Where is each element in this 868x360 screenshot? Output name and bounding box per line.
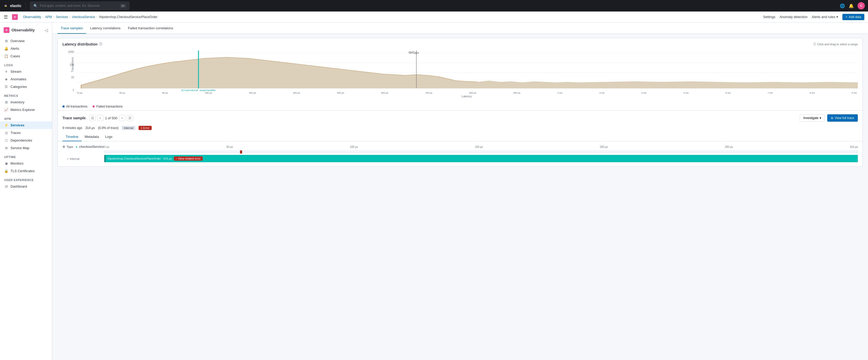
tls-icon: 🔒 — [4, 169, 8, 173]
sidebar-item-dependencies[interactable]: ⬡ Dependencies — [0, 137, 52, 144]
sidebar-item-label: Inventory — [10, 100, 24, 104]
traces-icon: ◎ — [4, 131, 8, 135]
view-related-error-button[interactable]: › View related error — [174, 156, 203, 161]
breadcrumb-observability[interactable]: Observability — [23, 15, 41, 19]
sidebar-item-anomalies[interactable]: ◈ Anomalies — [0, 76, 52, 83]
sidebar-item-label: Overview — [10, 39, 25, 43]
anomalies-icon: ◈ — [4, 77, 8, 81]
pagination-next[interactable]: › — [119, 115, 125, 121]
pagination-first[interactable]: ⟨⟨ — [89, 115, 96, 121]
sidebar-item-stream[interactable]: ≡ Stream — [0, 68, 52, 76]
user-avatar[interactable]: C — [858, 2, 865, 9]
sidebar-item-label: Monitors — [10, 161, 24, 166]
logs-section-label: Logs — [0, 61, 52, 68]
x-tick-6ms: 6 ms — [725, 92, 731, 94]
latency-distribution-panel: Latency distribution ⓘ ⓘ Click and drag … — [58, 38, 863, 167]
tab-latency-correlations[interactable]: Latency correlations — [87, 23, 124, 34]
x-tick-500: 500 µs — [337, 92, 344, 94]
breadcrumb-checkout-service[interactable]: checkoutService — [72, 15, 95, 19]
view-full-trace-button[interactable]: ⧉ View full trace — [827, 114, 858, 122]
external-link-icon: ⧉ — [831, 116, 833, 120]
x-tick-800: 800 µs — [469, 92, 476, 94]
sidebar-item-service-map[interactable]: ⊛ Service Map — [0, 144, 52, 152]
x-tick-2ms: 2 ms — [557, 92, 563, 94]
y-tick-1000: 1000 — [68, 51, 74, 53]
tab-failed-correlations[interactable]: Failed transaction correlations — [125, 23, 176, 34]
hamburger-menu[interactable]: ☰ — [4, 14, 8, 20]
breadcrumb-actions: Settings Anomaly detection Alerts and ru… — [763, 14, 864, 20]
breadcrumb-place-order[interactable]: /hipstershop.CheckoutService/PlaceOrder — [99, 15, 157, 19]
alerts-rules-link[interactable]: Alerts and rules ▾ — [812, 15, 838, 19]
info-icon[interactable]: ⓘ — [99, 42, 102, 46]
trace-meta-row: 9 minutes ago 314 µs (0.0% of trace) Int… — [58, 124, 863, 133]
main-content: Trace samples Latency correlations Faile… — [52, 23, 868, 360]
sidebar-item-label: Service Map — [10, 146, 29, 150]
tick-100: 100 µs — [350, 146, 358, 148]
inventory-icon: ⊞ — [4, 100, 8, 104]
investigate-button[interactable]: Investigate ▾ — [800, 114, 824, 122]
tab-logs[interactable]: Logs — [102, 133, 116, 141]
ruler-ticks: 0 µs 50 µs 100 µs 150 µs 200 µs 250 µs 3… — [104, 146, 858, 148]
services-icon: ⚡ — [4, 123, 8, 127]
sidebar-item-tls[interactable]: 🔒 TLS Certificates — [0, 167, 52, 175]
sidebar-collapse-button[interactable]: ◁ — [45, 28, 48, 33]
tick-150: 150 µs — [475, 146, 483, 148]
x-axis-label: Latency — [75, 95, 858, 98]
sidebar-item-label: Metrics Explorer — [10, 108, 35, 112]
tick-200: 200 µs — [600, 146, 608, 148]
sidebar-item-overview[interactable]: ⊞ Overview — [0, 37, 52, 45]
add-data-button[interactable]: + Add data — [842, 14, 864, 20]
sidebar-item-cases[interactable]: 📋 Cases — [0, 52, 52, 60]
trace-sample-title: Trace sample — [62, 116, 86, 120]
sidebar-item-inventory[interactable]: ⊞ Inventory — [0, 98, 52, 106]
service-trace-info: /hipstershop.CheckoutService/PlaceOrder … — [105, 156, 203, 161]
categories-icon: ☰ — [4, 85, 8, 89]
y-tick-10: 10 — [71, 76, 74, 79]
breadcrumb-services[interactable]: Services — [56, 15, 68, 19]
trace-duration: 314 µs — [85, 126, 95, 130]
breadcrumb: Observability › APM › Services › checkou… — [23, 15, 157, 19]
sidebar-item-label: Dashboard — [10, 184, 27, 188]
breadcrumb-bar: ☰ Observability › APM › Services › check… — [0, 11, 868, 23]
uptime-section-label: Uptime — [0, 153, 52, 159]
y-axis-label: Transactions — [71, 57, 74, 72]
bell-icon[interactable]: 🔔 — [849, 3, 854, 8]
sidebar-item-label: Cases — [10, 54, 20, 58]
trace-sample-header: Trace sample ⟨⟨ ‹ 1 of 500 › ⟩⟩ — [58, 111, 863, 124]
sidebar-item-dashboard[interactable]: ⊟ Dashboard — [0, 183, 52, 190]
tick-0: 0 µs — [104, 146, 109, 148]
sidebar-item-services[interactable]: ⚡ Services — [0, 121, 52, 129]
tab-metadata[interactable]: Metadata — [82, 133, 102, 141]
x-tick-9ms: 9 ms — [851, 92, 857, 94]
global-search-bar[interactable]: 🔍 ⌘/ — [30, 2, 129, 10]
sidebar-item-categories[interactable]: ☰ Categories — [0, 83, 52, 91]
sidebar-item-label: TLS Certificates — [10, 169, 34, 173]
sidebar-item-alerts[interactable]: 🔔 Alerts — [0, 45, 52, 52]
sidebar-item-monitors[interactable]: ◉ Monitors — [0, 159, 52, 167]
timeline-settings-icon[interactable]: ⚙ — [62, 145, 65, 149]
globe-icon[interactable]: 🌐 — [840, 3, 845, 8]
breadcrumb-apm[interactable]: APM — [45, 15, 52, 19]
pagination-last[interactable]: ⟩⟩ — [127, 115, 133, 121]
x-tick-700: 700 µs — [425, 92, 432, 94]
tick-50: 50 µs — [226, 146, 233, 148]
pagination: ⟨⟨ ‹ 1 of 500 › ⟩⟩ — [89, 115, 133, 121]
tab-trace-samples[interactable]: Trace samples — [58, 23, 86, 34]
legend-dot-all — [62, 106, 65, 108]
trace-actions: Investigate ▾ ⧉ View full trace — [800, 114, 858, 122]
settings-link[interactable]: Settings — [763, 15, 775, 19]
legend-dot-failed — [93, 106, 95, 108]
trace-percent: (0.0% of trace) — [98, 126, 119, 130]
anomaly-detection-link[interactable]: Anomaly detection — [780, 15, 808, 19]
badge-error[interactable]: 1 Error — [138, 126, 152, 130]
tab-timeline[interactable]: Timeline — [62, 133, 82, 141]
chevron-down-icon: ▾ — [819, 116, 821, 120]
x-tick-200: 200 µs — [205, 92, 212, 94]
sidebar-item-metrics-explorer[interactable]: 📈 Metrics Explorer — [0, 106, 52, 114]
search-input[interactable] — [40, 4, 118, 8]
panel-title: Latency distribution ⓘ — [62, 42, 102, 46]
pagination-prev[interactable]: ‹ — [97, 115, 103, 121]
sidebar-item-traces[interactable]: ◎ Traces — [0, 129, 52, 137]
elastic-logo[interactable]: elastic — [3, 2, 22, 9]
search-shortcut: ⌘/ — [120, 4, 126, 8]
